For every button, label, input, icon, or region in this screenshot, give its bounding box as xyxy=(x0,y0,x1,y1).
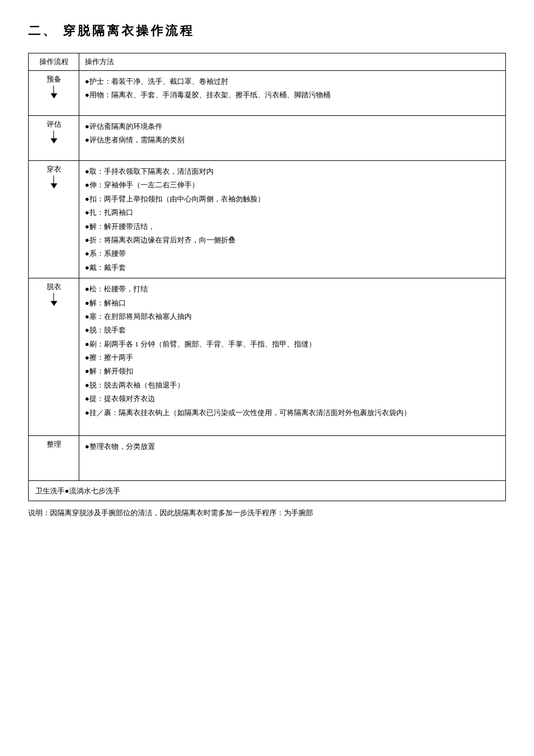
method-tuoyi-3: ●脱：脱手套 xyxy=(85,323,500,336)
col-header-method: 操作方法 xyxy=(79,53,506,71)
method-gupei-0: ●评估斋隔离的环境条件 xyxy=(85,120,500,133)
step-chuanyi: 穿衣 xyxy=(29,161,79,278)
method-chuanyi-7: ●戴：戴手套 xyxy=(85,261,500,274)
table-row: 脱衣 ●松：松腰带，打结 ●解：解袖口 ●塞：在肘部将局部衣袖塞人抽内 ●脱：脱… xyxy=(29,278,506,436)
method-chuanyi-2: ●扣：两手臂上举扣领扣（由中心向两侧，衣袖勿触脸） xyxy=(85,192,500,205)
method-tuoyi-0: ●松：松腰带，打结 xyxy=(85,282,500,295)
method-tuoyi: ●松：松腰带，打结 ●解：解袖口 ●塞：在肘部将局部衣袖塞人抽内 ●脱：脱手套 … xyxy=(79,278,506,436)
method-tuoyi-8: ●提：提衣领对齐衣边 xyxy=(85,392,500,405)
method-gupei: ●评估斋隔离的环境条件 ●评估患者病情，需隔离的类别 xyxy=(79,116,506,161)
method-tuoyi-6: ●解：解开领扣 xyxy=(85,364,500,377)
step-tuoyi: 脱衣 xyxy=(29,278,79,436)
method-tuoyi-2: ●塞：在肘部将局部衣袖塞人抽内 xyxy=(85,310,500,323)
step-label-yubei: 预备 xyxy=(47,74,61,84)
method-chuanyi-6: ●系：系腰带 xyxy=(85,247,500,260)
step-yubei: 预备 xyxy=(29,71,79,116)
step-label-gupei: 评估 xyxy=(47,119,61,129)
method-tuoyi-7: ●脱：脱去两衣袖（包抽退手） xyxy=(85,379,500,392)
page-title: 二、 穿脱隔离衣操作流程 xyxy=(28,22,506,39)
note-section: 说明：因隔离穿脱涉及手腕部位的清洁，因此脱隔离衣时需多加一步洗手程序：为手腕部 xyxy=(28,507,506,519)
arrow-chuanyi xyxy=(51,176,57,188)
method-tuoyi-5: ●擦：擦十两手 xyxy=(85,351,500,364)
method-yubei-0: ●护士：着装干净、洗手、截口罩、卷袖过肘 xyxy=(85,75,500,88)
method-zhengli: ●整理衣物，分类放置 xyxy=(79,436,506,481)
method-tuoyi-9: ●挂／裹：隔离衣挂衣钩上（如隔离衣已污染或一次性使用，可将隔离衣清洁面对外包裹放… xyxy=(85,406,500,419)
method-chuanyi-0: ●取：手持衣领取下隔离衣，清洁面对内 xyxy=(85,165,500,178)
main-table: 操作流程 操作方法 预备 ●护士：着装干净、洗手、截口罩、卷袖过肘 ●用物：隔离… xyxy=(28,53,506,501)
arrow-yubei xyxy=(51,86,57,98)
method-tuoyi-4: ●刷：刷两手各 1 分钟（前臂、腕部、手背、手掌、手指、指甲、指缝） xyxy=(85,338,500,350)
step-label-chuanyi: 穿衣 xyxy=(47,164,61,174)
table-row: 评估 ●评估斋隔离的环境条件 ●评估患者病情，需隔离的类别 xyxy=(29,116,506,161)
bottom-text: 卫生洗手●流淌水七步洗手 xyxy=(29,481,506,501)
table-row: 整理 ●整理衣物，分类放置 xyxy=(29,436,506,481)
step-gupei: 评估 xyxy=(29,116,79,161)
method-chuanyi-4: ●解：解开腰带活结， xyxy=(85,220,500,233)
method-chuanyi-5: ●折：将隔离衣两边缘在背后对齐，向一侧折叠 xyxy=(85,233,500,246)
step-label-zhengli: 整理 xyxy=(47,439,61,449)
note-text: 说明：因隔离穿脱涉及手腕部位的清洁，因此脱隔离衣时需多加一步洗手程序：为手腕部 xyxy=(28,508,313,517)
step-zhengli: 整理 xyxy=(29,436,79,481)
method-tuoyi-1: ●解：解袖口 xyxy=(85,296,500,309)
method-yubei-1: ●用物：隔离衣、手套、手消毒凝胶、挂衣架、擦手纸、污衣桶、脚踏污物桶 xyxy=(85,88,500,101)
step-label-tuoyi: 脱衣 xyxy=(47,282,61,292)
table-bottom-row: 卫生洗手●流淌水七步洗手 xyxy=(29,481,506,501)
arrow-tuoyi xyxy=(51,293,57,306)
method-chuanyi: ●取：手持衣领取下隔离衣，清洁面对内 ●伸：穿袖伸手（一左二右三伸手） ●扣：两… xyxy=(79,161,506,278)
method-gupei-1: ●评估患者病情，需隔离的类别 xyxy=(85,133,500,146)
method-chuanyi-1: ●伸：穿袖伸手（一左二右三伸手） xyxy=(85,178,500,191)
col-header-process: 操作流程 xyxy=(29,53,79,71)
arrow-gupei xyxy=(51,130,57,143)
method-yubei: ●护士：着装干净、洗手、截口罩、卷袖过肘 ●用物：隔离衣、手套、手消毒凝胶、挂衣… xyxy=(79,71,506,116)
table-row: 穿衣 ●取：手持衣领取下隔离衣，清洁面对内 ●伸：穿袖伸手（一左二右三伸手） ●… xyxy=(29,161,506,278)
method-zhengli-0: ●整理衣物，分类放置 xyxy=(85,440,500,453)
method-chuanyi-3: ●扎：扎两袖口 xyxy=(85,206,500,219)
table-row: 预备 ●护士：着装干净、洗手、截口罩、卷袖过肘 ●用物：隔离衣、手套、手消毒凝胶… xyxy=(29,71,506,116)
